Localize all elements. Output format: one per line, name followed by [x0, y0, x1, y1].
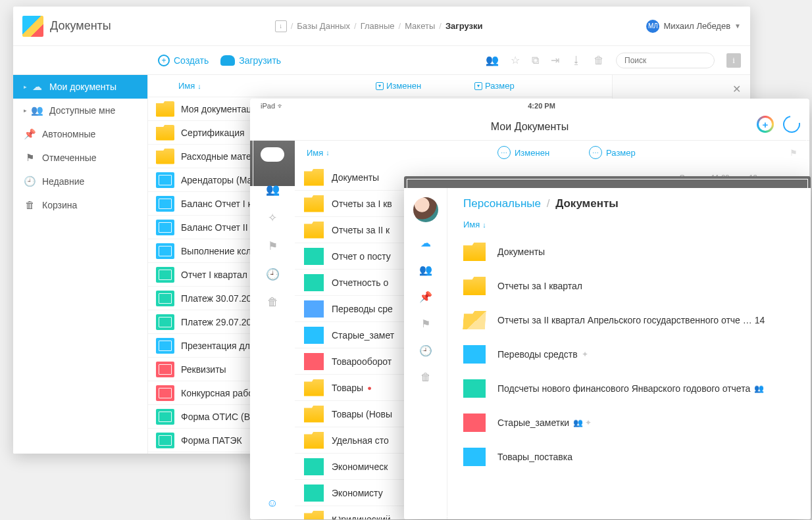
- file-icon: [156, 362, 174, 377]
- upload-label: Загрузить: [239, 55, 281, 66]
- file-icon: [156, 125, 174, 141]
- people-icon: 👥: [31, 105, 43, 116]
- file-icon: [156, 409, 174, 425]
- breadcrumb: ↓ / Базы Данных/ Главные/ Макеты/ Загруз…: [275, 20, 483, 32]
- file-icon: [156, 267, 174, 283]
- share-icon[interactable]: 👥: [486, 54, 499, 66]
- search-input[interactable]: [616, 53, 715, 68]
- clock-icon: 🕘: [24, 176, 36, 187]
- file-icon: [156, 220, 174, 235]
- copy-icon[interactable]: ⧉: [532, 55, 539, 66]
- app-logo-icon: [22, 16, 43, 37]
- sidebar-item-recent[interactable]: 🕘 Недавние: [13, 170, 147, 193]
- trash-icon: 🗑: [24, 199, 36, 210]
- col-size[interactable]: ▾Размер: [474, 81, 515, 91]
- chevron-right-icon: ▸: [24, 107, 27, 114]
- breadcrumb-item[interactable]: Базы Данных: [297, 21, 350, 31]
- upload-button[interactable]: Загрузить: [220, 55, 281, 66]
- sidebar-item-flagged[interactable]: ⚑ Отмеченные: [13, 146, 147, 170]
- sidebar-item-label: Доступные мне: [49, 105, 115, 116]
- chevron-down-icon: ▼: [734, 22, 741, 30]
- sidebar-item-offline[interactable]: 📌 Автономные: [13, 122, 147, 146]
- breadcrumb-current: Загрузки: [445, 21, 483, 31]
- sidebar-item-label: Отмеченные: [42, 153, 97, 163]
- file-icon: [156, 314, 174, 330]
- file-icon: [304, 485, 324, 502]
- sidebar-item-label: Мои документы: [49, 82, 116, 92]
- file-icon: [156, 101, 174, 117]
- file-icon: [463, 448, 486, 466]
- phone-window: ☁ 👥 📌 ⚑ 🕘 🗑 Персональные / Документы Имя…: [404, 176, 811, 519]
- sidebar-item-label: Недавние: [42, 176, 84, 187]
- chevron-right-icon: ▸: [24, 83, 27, 90]
- sidebar-item-label: Автономные: [42, 129, 95, 139]
- file-icon: [156, 338, 174, 354]
- sidebar-item-my-docs[interactable]: ▸ ☁ Мои документы: [13, 75, 147, 99]
- file-icon: [156, 243, 174, 259]
- phone-main: Персональные / Документы Имя↓ ДокументыО…: [447, 188, 811, 519]
- breadcrumb-item[interactable]: Макеты: [405, 21, 435, 31]
- user-name: Михаил Лебедев: [663, 21, 730, 31]
- file-icon: [156, 172, 174, 188]
- app-title: Документы: [50, 19, 111, 33]
- user-menu[interactable]: МЛ Михаил Лебедев ▼: [646, 20, 741, 33]
- pin-icon: 📌: [24, 128, 36, 140]
- dropdown-icon: ▾: [474, 82, 482, 90]
- star-icon[interactable]: ☆: [511, 54, 520, 66]
- move-icon[interactable]: ⇥: [551, 54, 559, 66]
- file-icon: [156, 291, 174, 306]
- info-button[interactable]: i: [726, 53, 741, 68]
- download-icon[interactable]: ⭳: [571, 55, 582, 66]
- desktop-toolbar: + Создать Загрузить 👥 ☆ ⧉ ⇥ ⭳ 🗑 i: [13, 46, 750, 75]
- flag-icon: ⚑: [24, 152, 36, 164]
- col-modified[interactable]: ▾Изменен: [376, 81, 474, 91]
- file-icon: [156, 196, 174, 212]
- col-name[interactable]: Имя↓: [178, 81, 376, 91]
- cloud-icon: ☁: [31, 81, 43, 93]
- sidebar-item-shared[interactable]: ▸ 👥 Доступные мне: [13, 99, 147, 122]
- desktop-header: Документы ↓ / Базы Данных/ Главные/ Маке…: [13, 7, 750, 46]
- create-button[interactable]: + Создать: [158, 55, 209, 66]
- user-avatar-icon: МЛ: [646, 20, 659, 33]
- close-icon[interactable]: ✕: [732, 83, 741, 95]
- cloud-upload-icon: [220, 55, 235, 66]
- plus-circle-icon: +: [158, 55, 170, 66]
- file-icon: [156, 433, 174, 448]
- file-icon: [156, 385, 174, 401]
- create-label: Создать: [174, 55, 209, 66]
- table-row[interactable]: Товары_поставка: [447, 440, 811, 474]
- desktop-sidebar: ▸ ☁ Мои документы ▸ 👥 Доступные мне 📌 Ав…: [13, 75, 148, 454]
- breadcrumb-root-icon[interactable]: ↓: [275, 20, 287, 32]
- trash-icon[interactable]: 🗑: [594, 55, 604, 66]
- file-icon: [156, 149, 174, 164]
- sidebar-item-label: Корзина: [42, 200, 77, 210]
- breadcrumb-item[interactable]: Главные: [361, 21, 395, 31]
- dropdown-icon: ▾: [376, 82, 384, 90]
- sidebar-item-trash[interactable]: 🗑 Корзина: [13, 193, 147, 216]
